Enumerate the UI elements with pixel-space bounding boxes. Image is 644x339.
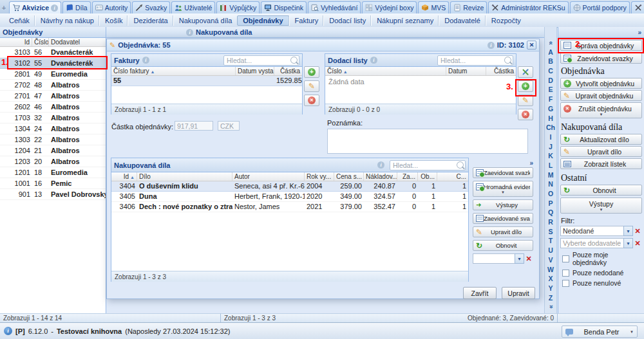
obnovit-button[interactable]: ↻ Obnovit <box>560 185 642 196</box>
toolbar-item-dodavatele[interactable]: Dodavatelé <box>439 15 486 26</box>
edit-invoice-button[interactable]: ✎ <box>304 80 319 92</box>
alpha-letter[interactable]: T <box>549 236 553 246</box>
toolbar-item-dodaci-listy[interactable]: Dodací listy <box>323 15 371 26</box>
sprava-objednavky-button[interactable]: Správa objednávky <box>560 40 642 51</box>
alpha-letter[interactable]: S <box>548 227 553 237</box>
table-row[interactable]: 280149Euromedia <box>0 69 106 80</box>
column-header[interactable]: Za... <box>397 172 418 181</box>
zrusit-objednavku-button[interactable]: ✕Zrušit objednávku ▼ <box>560 102 642 118</box>
info-icon[interactable]: i <box>186 29 193 36</box>
chevron-down-icon[interactable]: ▼ <box>515 253 524 264</box>
alpha-letter[interactable]: A <box>548 48 553 57</box>
search-input[interactable] <box>225 56 290 65</box>
info-icon[interactable]: i <box>488 42 495 49</box>
tab-scroll-left-icon[interactable]: + <box>0 2 8 14</box>
tab-akvizice[interactable]: Akvizice i <box>9 1 61 14</box>
scroll-bottom-icon[interactable]: « <box>549 302 553 312</box>
poznamka-textarea[interactable] <box>327 129 528 154</box>
dila-combo-input[interactable] <box>473 253 515 264</box>
column-header-dodavatel[interactable]: Dodavatel <box>49 38 106 46</box>
column-header[interactable]: Částka <box>486 67 516 75</box>
tab-revize[interactable]: Revize <box>450 1 487 14</box>
toolbar-item-objednavky[interactable]: Objednávky <box>237 15 289 26</box>
user-menu-button[interactable]: Benda Petr ▼ <box>562 325 638 338</box>
column-header-cislo[interactable]: Číslo <box>32 38 49 46</box>
toolbar-item-deziderata[interactable]: Dezideráta <box>128 15 173 26</box>
close-icon[interactable]: ✕ <box>527 41 536 50</box>
tab-autority[interactable]: Autority <box>92 1 131 14</box>
alpha-letter[interactable]: I <box>550 133 552 142</box>
alpha-letter[interactable]: R <box>548 217 553 227</box>
alpha-letter[interactable]: L <box>549 161 553 170</box>
hromadna-evidence-button[interactable]: Hromadná evidence ▼ <box>473 181 533 197</box>
help-icon[interactable]: i <box>51 5 58 12</box>
edit-delivery-button[interactable]: ✎ <box>518 95 533 106</box>
column-header[interactable]: Číslo▲ <box>325 67 446 75</box>
aktualizovat-dilo-button[interactable]: ↻ Aktualizovat dílo <box>560 134 642 145</box>
filter-status-input[interactable] <box>560 226 623 236</box>
table-row-selected[interactable]: 55 1529.85 <box>111 76 302 86</box>
toolbar-item-rozpocty[interactable]: Rozpočty <box>486 15 526 26</box>
tab-dispecink[interactable]: Dispečink <box>261 1 307 14</box>
toolbar-item-nakupovana-dila[interactable]: Nakupovaná díla <box>173 15 238 26</box>
zobrazit-listek-button[interactable]: Zobrazit lístek <box>560 158 642 169</box>
table-row[interactable]: 100116Pemic <box>0 178 106 189</box>
delete-invoice-button[interactable]: ✕ <box>304 95 319 106</box>
tab-administrator-reksu[interactable]: Administrátor REKSu <box>488 1 568 14</box>
search-icon[interactable] <box>504 57 511 64</box>
checkbox-row[interactable]: Pouze nedodané <box>562 269 640 277</box>
filter-supplier-input[interactable] <box>560 238 623 248</box>
toolbar-item-cenak[interactable]: Ceňák <box>4 15 35 26</box>
collapse-icon[interactable]: » <box>529 160 533 167</box>
add-invoice-button[interactable]: + <box>304 66 319 78</box>
upravit-dilo-button[interactable]: ✎ Upravit dílo <box>560 146 642 157</box>
search-input[interactable] <box>392 161 457 170</box>
table-row[interactable]: 3406 Dech : nové poznatky o ztraceném um… <box>111 202 468 212</box>
table-row[interactable]: 130424Albatros <box>0 124 106 134</box>
tab-portal-podpory[interactable]: Portál podpory <box>570 1 630 14</box>
info-icon[interactable]: i <box>142 57 149 64</box>
table-row[interactable]: 120421Albatros <box>0 145 106 156</box>
tab-uzivatele[interactable]: Uživatelé <box>171 1 215 14</box>
collapse-panel-icon[interactable]: » <box>638 29 641 36</box>
castka-input[interactable] <box>175 121 213 131</box>
checkbox-row[interactable]: Pouze moje objednávky <box>562 251 640 266</box>
currency-input[interactable] <box>218 121 240 131</box>
table-row[interactable]: 270147Albatros <box>0 91 106 102</box>
table-row[interactable]: 3405 Duna Herbert, Frank, 1920-1986 2020… <box>111 192 468 202</box>
table-row-selected[interactable]: 3404 O duševním klidu Seneca, asi 4 př. … <box>111 181 468 192</box>
table-row-selected[interactable]: 310255Dvanácterák <box>0 58 106 69</box>
info-icon[interactable]: i <box>377 161 384 169</box>
delete-delivery-button[interactable]: ✕ <box>518 109 533 120</box>
generate-delivery-button[interactable] <box>518 66 533 78</box>
table-row[interactable]: 170332Albatros <box>0 113 106 124</box>
clear-filter-icon[interactable]: ✕ <box>633 238 642 248</box>
alpha-letter[interactable]: O <box>548 189 553 199</box>
chevron-down-icon[interactable]: ▼ <box>623 238 633 248</box>
column-header[interactable]: Číslo faktury▲ <box>111 67 236 75</box>
table-row[interactable]: 260246Albatros <box>0 102 106 113</box>
clear-filter-icon[interactable]: ✕ <box>633 226 642 236</box>
tab-dila[interactable]: Díla <box>62 1 91 14</box>
close-button[interactable]: Zavřít <box>463 287 497 299</box>
toolbar-item-navrhy-na-nakup[interactable]: Návrhy na nákup <box>35 15 99 26</box>
column-header[interactable]: Částka <box>274 67 302 75</box>
checkbox[interactable] <box>562 280 569 287</box>
search-input[interactable] <box>439 56 504 65</box>
tab-mvs[interactable]: MVS <box>418 1 449 14</box>
checkbox[interactable] <box>562 270 569 277</box>
column-header[interactable]: Autor <box>232 172 305 181</box>
alpha-letter[interactable]: Z <box>549 293 553 303</box>
chevron-down-icon[interactable]: ▼ <box>623 226 633 236</box>
tab-nastaveni[interactable]: Nastavení <box>631 1 644 14</box>
alpha-letter[interactable]: H <box>548 114 553 124</box>
alpha-letter[interactable]: Y <box>548 284 553 293</box>
table-row[interactable]: 120118Euromedia <box>0 167 106 178</box>
toolbar-item-faktury[interactable]: Faktury <box>289 15 324 26</box>
alpha-letter[interactable]: Ch <box>546 123 555 133</box>
alpha-letter[interactable]: B <box>548 57 553 66</box>
zaevidovat-svazky-button[interactable]: Zaevidovat svazky <box>560 53 642 64</box>
edit-button[interactable]: Upravit <box>502 287 535 299</box>
table-row[interactable]: 130322Albatros <box>0 134 106 145</box>
vytvorit-objednavku-button[interactable]: + Vytvořit objednávku <box>560 78 642 89</box>
